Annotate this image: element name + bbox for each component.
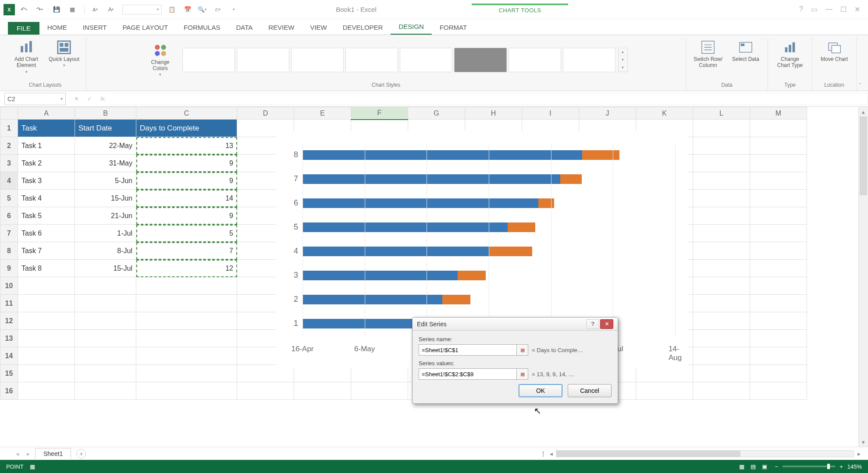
cell[interactable] bbox=[693, 347, 750, 365]
row-header[interactable]: 13 bbox=[0, 330, 18, 347]
column-header[interactable]: D bbox=[237, 107, 294, 120]
cell[interactable] bbox=[18, 330, 75, 347]
cell[interactable] bbox=[750, 312, 807, 330]
chart-bar-start[interactable] bbox=[302, 295, 442, 304]
zoom-control[interactable]: − + 145% bbox=[775, 463, 862, 470]
cell[interactable]: 15-Jun bbox=[75, 190, 136, 207]
undo-button[interactable]: ↶▾ bbox=[19, 4, 31, 15]
cell[interactable] bbox=[750, 365, 807, 382]
cancel-button[interactable]: Cancel bbox=[568, 384, 612, 397]
cell[interactable] bbox=[750, 347, 807, 365]
cell[interactable] bbox=[351, 382, 408, 400]
cell[interactable]: 12 bbox=[136, 260, 237, 277]
row-header[interactable]: 10 bbox=[0, 277, 18, 295]
column-header[interactable]: C bbox=[136, 107, 237, 120]
cell[interactable] bbox=[750, 172, 807, 190]
cell[interactable] bbox=[750, 120, 807, 137]
zoom-in-button[interactable]: + bbox=[840, 463, 843, 470]
qat-dropdown[interactable]: ▾ bbox=[122, 5, 162, 14]
chart-bar-duration[interactable] bbox=[560, 174, 582, 184]
cell[interactable] bbox=[18, 365, 75, 382]
chart-bar-start[interactable] bbox=[302, 271, 458, 280]
row-header[interactable]: 11 bbox=[0, 295, 18, 312]
cell[interactable]: 13 bbox=[136, 137, 237, 155]
cell[interactable] bbox=[750, 137, 807, 155]
cell[interactable] bbox=[136, 347, 237, 365]
cell[interactable] bbox=[750, 190, 807, 207]
cell[interactable] bbox=[136, 277, 237, 295]
change-chart-type-button[interactable]: Change Chart Type bbox=[774, 39, 806, 69]
maximize-button[interactable]: ☐ bbox=[840, 5, 847, 14]
chart-bar-duration[interactable] bbox=[442, 295, 470, 304]
help-button[interactable]: ? bbox=[799, 5, 803, 14]
row-header[interactable]: 16 bbox=[0, 382, 18, 400]
chart-bar-duration[interactable] bbox=[458, 271, 486, 280]
accept-formula-button[interactable]: ✓ bbox=[85, 95, 94, 102]
tab-home[interactable]: HOME bbox=[39, 20, 75, 35]
cell[interactable] bbox=[693, 312, 750, 330]
cell[interactable]: Days to Complete bbox=[136, 120, 237, 137]
cell[interactable]: 9 bbox=[136, 207, 237, 225]
column-header[interactable]: K bbox=[636, 107, 693, 120]
font-increase-button[interactable]: A▾ bbox=[107, 4, 118, 15]
cell[interactable]: 9 bbox=[136, 155, 237, 172]
select-data-button[interactable]: Select Data bbox=[730, 39, 761, 62]
series-name-range-button[interactable]: ▦ bbox=[517, 344, 528, 356]
qat-customize[interactable]: ▾ bbox=[229, 4, 241, 15]
row-header[interactable]: 5 bbox=[0, 190, 18, 207]
cell[interactable] bbox=[693, 225, 750, 242]
cell[interactable]: Task 5 bbox=[18, 207, 75, 225]
tab-format[interactable]: FORMAT bbox=[432, 20, 475, 35]
cell[interactable]: 1-Jul bbox=[75, 225, 136, 242]
column-header[interactable]: F bbox=[351, 107, 408, 120]
row-header[interactable]: 2 bbox=[0, 137, 18, 155]
row-header[interactable]: 6 bbox=[0, 207, 18, 225]
cell[interactable]: Task 1 bbox=[18, 137, 75, 155]
column-header[interactable]: E bbox=[294, 107, 351, 120]
tab-design[interactable]: DESIGN bbox=[391, 19, 432, 35]
cell[interactable] bbox=[294, 382, 351, 400]
column-header[interactable]: B bbox=[75, 107, 136, 120]
tab-data[interactable]: DATA bbox=[228, 20, 260, 35]
cell[interactable]: 5 bbox=[136, 225, 237, 242]
cell[interactable]: 22-May bbox=[75, 137, 136, 155]
cell[interactable]: Task bbox=[18, 120, 75, 137]
gallery-scroll[interactable]: ▴▾▾ bbox=[618, 48, 628, 72]
column-header[interactable]: A bbox=[18, 107, 75, 120]
qat-icon-2[interactable]: 📋 bbox=[166, 4, 178, 15]
cell[interactable] bbox=[750, 277, 807, 295]
view-normal-button[interactable]: ▦ bbox=[739, 463, 744, 470]
collapse-ribbon-button[interactable]: ˆ bbox=[857, 83, 864, 91]
cell[interactable] bbox=[75, 347, 136, 365]
cell[interactable] bbox=[136, 330, 237, 347]
qat-icon-3[interactable]: 📅 bbox=[182, 4, 193, 15]
column-header[interactable]: G bbox=[408, 107, 465, 120]
chart-bar-duration[interactable] bbox=[508, 222, 536, 232]
add-chart-element-button[interactable]: Add Chart Element▾ bbox=[11, 39, 42, 74]
row-header[interactable]: 8 bbox=[0, 242, 18, 260]
style-thumb-4[interactable] bbox=[345, 48, 398, 72]
qat-icon-5[interactable]: ⎌▾ bbox=[213, 4, 225, 15]
column-header[interactable]: I bbox=[522, 107, 579, 120]
dialog-titlebar[interactable]: Edit Series ? ✕ bbox=[413, 318, 618, 331]
quick-layout-button[interactable]: Quick Layout▾ bbox=[48, 39, 80, 68]
change-colors-button[interactable]: Change Colors▾ bbox=[145, 42, 176, 78]
cell[interactable] bbox=[136, 295, 237, 312]
row-header[interactable]: 4 bbox=[0, 172, 18, 190]
cell[interactable] bbox=[693, 382, 750, 400]
cell[interactable] bbox=[75, 277, 136, 295]
style-thumb-5[interactable] bbox=[400, 48, 452, 72]
series-name-input[interactable] bbox=[419, 344, 517, 356]
cell[interactable] bbox=[693, 330, 750, 347]
cell[interactable]: 31-May bbox=[75, 155, 136, 172]
cell[interactable] bbox=[750, 207, 807, 225]
series-values-range-button[interactable]: ▦ bbox=[517, 368, 528, 380]
cell[interactable]: Task 6 bbox=[18, 225, 75, 242]
cell[interactable]: 21-Jun bbox=[75, 207, 136, 225]
horizontal-scrollbar[interactable]: ⋮ ◂▸ bbox=[89, 450, 868, 457]
cell[interactable] bbox=[693, 277, 750, 295]
column-header[interactable]: J bbox=[579, 107, 636, 120]
cell[interactable] bbox=[636, 382, 693, 400]
cancel-formula-button[interactable]: ✕ bbox=[72, 95, 81, 102]
dialog-close-button[interactable]: ✕ bbox=[600, 319, 613, 329]
